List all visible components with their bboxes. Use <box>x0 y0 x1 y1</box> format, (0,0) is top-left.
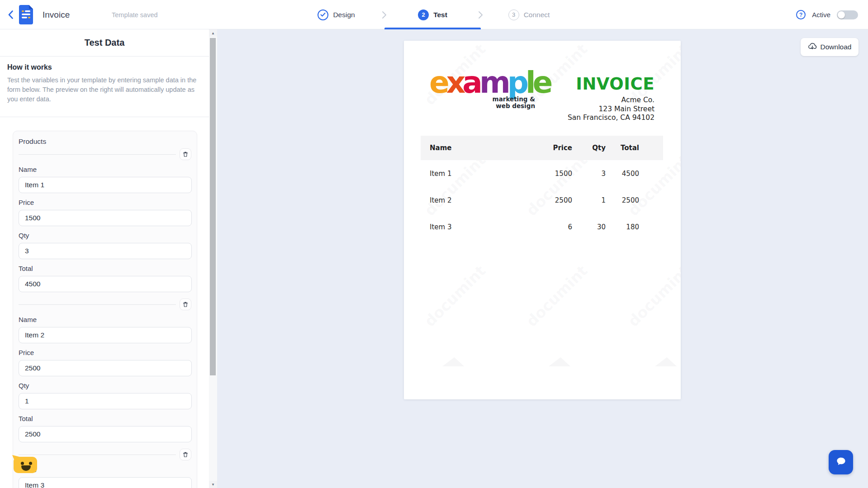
invoice-title: INVOICE <box>576 74 655 94</box>
divider <box>19 154 176 155</box>
table-row: Item 2 2500 1 2500 <box>421 187 663 213</box>
app-header: Invoice Template saved Design 2 Test 3 C <box>0 0 868 29</box>
item-divider-row <box>19 449 191 460</box>
company-city: San Francisco, CA 94102 <box>568 114 655 123</box>
group-label: Products <box>19 137 191 146</box>
step-connect-number: 3 <box>508 9 519 20</box>
preview-area: Download documintdocumintdocumintdocumin… <box>217 29 868 488</box>
trash-icon <box>182 451 189 458</box>
products-form-card: Products Name Price Qty Total Name <box>13 131 197 488</box>
sidebar-scrollbar: ▲ ▼ <box>209 29 217 488</box>
table-header-row: Name Price Qty Total <box>421 136 663 160</box>
delete-item-3-button[interactable] <box>180 449 191 460</box>
smiley-face-icon <box>29 462 32 465</box>
active-toggle[interactable] <box>837 10 858 19</box>
column-header: Name <box>430 144 522 152</box>
step-connect[interactable]: 3 Connect <box>481 0 577 29</box>
cloud-download-icon <box>808 42 817 52</box>
back-chevron-icon <box>8 14 14 21</box>
scroll-up-arrow-icon[interactable]: ▲ <box>209 29 217 37</box>
help-icon[interactable]: ? <box>796 10 806 19</box>
test-data-sidebar: Test Data How it works Test the variable… <box>0 29 209 488</box>
logo-wordmark: example <box>429 68 538 98</box>
field-label: Total <box>19 265 191 273</box>
header-right-group: ? Active <box>796 0 858 29</box>
step-test-label: Test <box>433 11 447 19</box>
field-label: Qty <box>19 232 191 240</box>
company-name: Acme Co. <box>568 96 655 105</box>
field-label: Price <box>19 199 191 207</box>
field-label: Qty <box>19 382 191 390</box>
step-test[interactable]: 2 Test <box>384 0 481 29</box>
active-step-underline <box>384 28 481 29</box>
how-it-works-title: How it works <box>7 63 202 71</box>
how-it-works-body: Test the variables in your template by e… <box>7 76 201 104</box>
step-test-number: 2 <box>418 9 429 20</box>
save-status-text: Template saved <box>112 11 158 19</box>
column-header: Price <box>522 144 572 152</box>
download-label: Download <box>821 43 852 51</box>
item-divider-row <box>19 298 191 310</box>
example-logo: example marketing & web design <box>429 68 538 109</box>
page-title: Invoice <box>43 10 70 20</box>
scroll-down-arrow-icon[interactable]: ▼ <box>209 481 217 488</box>
step-design-label: Design <box>333 11 355 19</box>
table-row: Item 1 1500 3 4500 <box>421 160 663 187</box>
divider <box>19 304 176 305</box>
field-label: Name <box>19 466 191 474</box>
chat-bubble-icon <box>835 455 847 469</box>
sidebar-title-bar: Test Data <box>0 29 209 57</box>
delete-item-1-button[interactable] <box>180 148 191 160</box>
delete-item-2-button[interactable] <box>180 298 191 310</box>
company-address: Acme Co. 123 Main Street San Francisco, … <box>568 96 655 123</box>
active-toggle-label: Active <box>812 11 830 19</box>
field-label: Name <box>19 166 191 174</box>
trash-icon <box>182 301 189 308</box>
item2-qty-input[interactable] <box>19 393 192 409</box>
item2-price-input[interactable] <box>19 360 192 376</box>
chat-launcher-button[interactable] <box>829 450 853 474</box>
step-done-check-icon <box>318 9 328 20</box>
scrollbar-thumb[interactable] <box>210 38 216 375</box>
step-connect-label: Connect <box>524 11 550 19</box>
back-button[interactable] <box>5 10 15 20</box>
divider <box>19 455 176 455</box>
smiley-face-icon <box>21 465 31 471</box>
item1-name-input[interactable] <box>19 177 192 193</box>
sidebar-title: Test Data <box>85 38 125 48</box>
trash-icon <box>182 151 189 157</box>
column-header: Qty <box>572 144 606 152</box>
invoice-items-table: Name Price Qty Total Item 1 1500 3 4500 … <box>421 136 663 240</box>
item2-total-input[interactable] <box>19 426 192 442</box>
item3-name-input[interactable] <box>19 477 192 488</box>
invoice-preview-page: documintdocumintdocumintdocumintdocumint… <box>404 41 681 399</box>
item1-total-input[interactable] <box>19 276 192 292</box>
item-divider-row <box>19 148 191 160</box>
item1-price-input[interactable] <box>19 210 192 226</box>
table-row: Item 3 6 30 180 <box>421 213 663 240</box>
field-label: Price <box>19 349 191 357</box>
field-label: Total <box>19 415 191 423</box>
how-it-works-section: How it works Test the variables in your … <box>0 57 209 117</box>
document-icon <box>19 5 33 26</box>
step-design[interactable]: Design <box>288 0 384 29</box>
download-button[interactable]: Download <box>801 38 859 56</box>
toggle-knob <box>838 11 845 19</box>
field-label: Name <box>19 316 191 324</box>
smiley-face-icon <box>21 462 24 465</box>
column-header: Total <box>606 144 639 152</box>
item2-name-input[interactable] <box>19 327 192 343</box>
app: Invoice Template saved Design 2 Test 3 C <box>0 0 868 488</box>
item1-qty-input[interactable] <box>19 243 192 259</box>
stepper: Design 2 Test 3 Connect <box>288 0 577 29</box>
company-street: 123 Main Street <box>568 105 655 114</box>
feedback-smiley-button[interactable] <box>14 457 37 473</box>
